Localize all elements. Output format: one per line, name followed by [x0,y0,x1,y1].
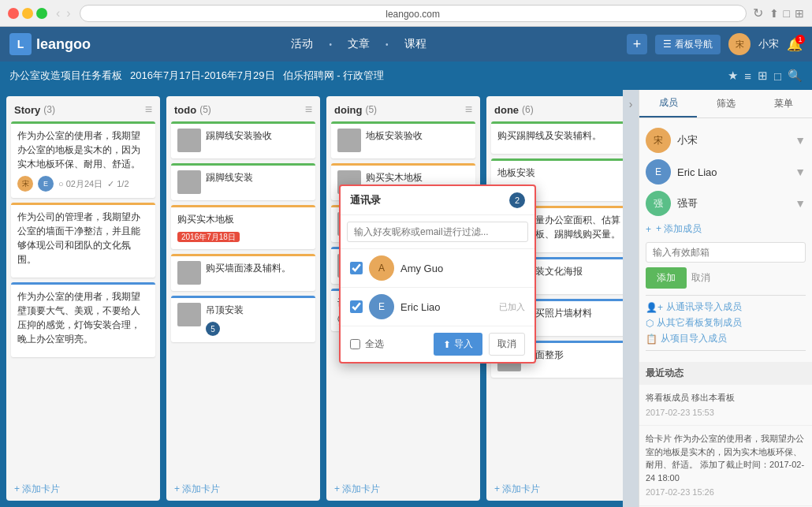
tab-members[interactable]: 成员 [639,90,697,117]
user-name: 小宋 [758,37,779,51]
card-thumbnail [177,303,201,326]
tab-menu[interactable]: 菜单 [754,90,812,117]
refresh-btn[interactable]: ↻ [753,6,763,21]
import-label: 导入 [454,337,473,351]
card-color-bar [11,121,155,124]
import-from-contacts-label: 从通讯录导入成员 [666,300,742,314]
table-row: 地板安装验收 [331,121,475,158]
nav-article[interactable]: 文章 [348,37,370,51]
already-added-label: 已加入 [499,301,525,313]
member-expand-qiang[interactable]: ▼ [795,197,806,210]
add-member-row[interactable]: + + 添加成员 [646,219,806,242]
column-menu-todo[interactable]: ≡ [305,103,312,117]
column-menu-doing[interactable]: ≡ [465,103,472,117]
tool-search[interactable]: 🔍 [788,69,803,83]
activity-title: 最近动态 [646,367,683,378]
column-cards-story: 作为办公室的使用者，我期望办公室的地板是实木的，因为实木地板环保、耐用、舒适。 … [6,121,160,478]
import-btn[interactable]: ⬆ 导入 [434,333,482,356]
table-row: 作为办公室的使用者，我期望壁顶要大气、美观，不要给人压抑的感觉，灯饰安装合理，晚… [11,282,155,357]
notification-btn[interactable]: 🔔 1 [787,37,803,52]
select-all-label[interactable]: 全选 [350,337,384,351]
bookmark-btn[interactable]: □ [784,7,790,20]
address-bar: leangoo.com [80,5,747,22]
add-card-doing[interactable]: + 添加卡片 [326,478,480,501]
column-todo: todo (5) ≡ 踢脚线安装验收 [166,96,320,501]
card-color-bar [491,121,623,124]
add-card-done[interactable]: + 添加卡片 [486,478,623,501]
card-text: 购买实木地板 [366,170,423,185]
tool-window[interactable]: □ [774,69,781,83]
contact-checkbox-eric[interactable] [350,300,363,313]
collapse-arrow-icon: › [629,98,633,110]
contact-search-input[interactable] [347,222,528,242]
add-card-todo[interactable]: + 添加卡片 [166,478,320,501]
add-card-story[interactable]: + 添加卡片 [6,478,160,501]
card-color-bar [171,163,315,166]
card-text: 作为办公室的使用者，我期望办公室的地板是实木的，因为实木地板环保、耐用、舒适。 [17,129,149,171]
contact-name-amy: Amy Guo [400,263,525,274]
contact-avatar-eric: E [369,294,394,319]
board-nav-btn[interactable]: ☰ 看板导航 [655,35,721,54]
card-thumbnail [177,261,201,285]
date-badge: 2016年7月18日 [177,232,240,242]
card-text: 地板安装 [497,166,623,180]
logo-area: L leangoo [9,33,91,55]
main-area: Story (3) ≡ 作为办公室的使用者，我期望办公室的地板是实木的，因为实木… [0,90,812,507]
divider-1 [646,295,806,296]
contacts-modal: 通讯录 2 A Amy Guo E Eric Liao 已加入 [339,185,536,363]
card-text: 测量办公室面积、估算地板、踢脚线购买量。 [526,213,623,241]
modal-btns: ⬆ 导入 取消 [434,333,525,356]
forward-btn[interactable]: › [64,6,73,21]
import-from-project-link[interactable]: 📋 从项目导入成员 [646,332,806,345]
nav-center: 活动 • 文章 • 课程 [103,37,614,51]
contact-item-eric: E Eric Liao 已加入 [341,288,535,326]
card-color-bar [11,203,155,205]
right-panel-collapse[interactable]: › [623,90,639,507]
card-text: 地板安装验收 [366,129,423,143]
card-date: ○ 02月24日 [58,178,102,190]
modal-header: 通讯录 2 [341,186,535,215]
cancel-member-btn[interactable]: 取消 [691,267,710,289]
browser-bar: ‹ › leangoo.com ↻ ⬆ □ ⊞ [0,0,812,27]
avatar: 宋 [17,176,33,192]
tool-grid[interactable]: ⊞ [758,69,768,83]
members-section: 宋 小宋 ▼ E Eric Liao ▼ 强 强哥 ▼ + [639,118,812,362]
member-expand-eric[interactable]: ▼ [795,166,806,178]
add-member-btn[interactable]: 添加 [646,267,687,289]
activity-item-1: 将看板成员 移出本看板 2017-02-23 15:53 [639,385,812,426]
select-all-checkbox[interactable] [350,339,360,349]
member-expand-song[interactable]: ▼ [795,134,806,147]
tool-star[interactable]: ★ [728,69,738,83]
member-row-qiang: 强 强哥 ▼ [646,188,806,219]
card-color-bar [11,282,155,285]
card-thumbnail [177,129,201,152]
add-btn[interactable]: + [627,34,647,54]
nav-activity[interactable]: 活动 [291,37,313,51]
share-btn[interactable]: ⬆ [769,7,779,20]
import-from-board-link[interactable]: ⬡ 从其它看板复制成员 [646,316,806,330]
email-input[interactable] [646,242,806,263]
max-btn[interactable] [36,8,47,19]
column-count-todo: (5) [199,104,211,115]
import-from-contacts-link[interactable]: 👤+ 从通讯录导入成员 [646,300,806,314]
table-row: 作为公司的管理者，我期望办公室的墙面干净整洁，并且能够体现公司和团队的文化氛围。 [11,203,155,278]
column-header-story: Story (3) ≡ [6,96,160,121]
nav-course[interactable]: 课程 [404,37,426,51]
column-count-doing: (5) [365,104,377,115]
column-title-todo: todo [174,104,196,116]
column-menu-story[interactable]: ≡ [145,103,152,117]
board-nav-label: 看板导航 [675,38,713,51]
import-from-project-label: 从项目导入成员 [661,332,727,345]
select-all-text: 全选 [365,337,384,351]
back-btn[interactable]: ‹ [54,6,62,21]
min-btn[interactable] [22,8,33,19]
close-btn[interactable] [8,8,19,19]
member-avatar-eric: E [646,159,671,185]
new-tab-btn[interactable]: ⊞ [795,7,804,20]
modal-search [341,215,535,249]
activity-item-2: 给卡片 作为办公室的使用者，我期望办公室的地板是实木的，因为实木地板环保、耐用、… [639,426,812,506]
tab-filter[interactable]: 筛选 [697,90,754,117]
contact-checkbox-amy[interactable] [350,262,363,274]
tool-list[interactable]: ≡ [744,69,751,83]
cancel-modal-btn[interactable]: 取消 [489,333,525,356]
